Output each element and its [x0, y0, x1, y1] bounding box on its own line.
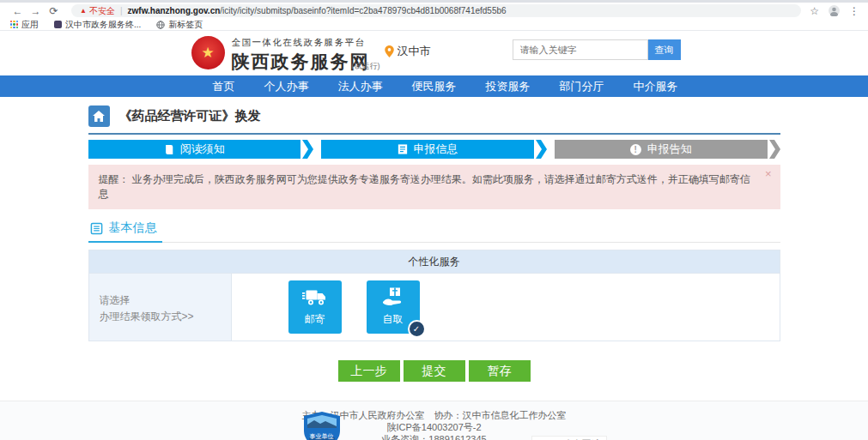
city-selector[interactable]: 汉中市 [385, 44, 431, 59]
site-name: 陕西政务服务网 [232, 50, 370, 74]
nav-item-legal[interactable]: 法人办事 [324, 79, 398, 94]
nav-item-investment[interactable]: 投资服务 [471, 79, 545, 94]
institution-badge-label: 事业单位 [304, 432, 340, 440]
form-actions: 上一步 提交 暂存 [88, 360, 780, 382]
footer-consult-line: 业务咨询：18891612345 [88, 433, 780, 440]
site-favicon [54, 21, 62, 28]
option-mail-label: 邮寄 [305, 312, 325, 327]
step-arrow-icon [769, 140, 780, 159]
institution-badge: 事业单位 [304, 412, 340, 440]
bookmark-newtab-label: 新标签页 [168, 19, 203, 31]
page-title-row: 《药品经营许可证》换发 [88, 97, 780, 135]
step-label: 申报告知 [647, 142, 692, 157]
footer-info: 主办：汉中市人民政府办公室 协办：汉中市信息化工作办公室 陕ICP备140032… [88, 401, 780, 440]
footer-organizer-line: 主办：汉中市人民政府办公室 协办：汉中市信息化工作办公室 [88, 409, 780, 421]
browser-menu-icon[interactable]: ⋮ [849, 5, 859, 17]
forward-icon[interactable]: → [27, 5, 45, 17]
page-title: 《药品经营许可证》换发 [119, 108, 261, 124]
home-icon[interactable] [88, 105, 110, 127]
site-header: ★ 全国一体化在线政务服务平台 陕西政务服务网 (试运行) 汉中市 查询 [0, 31, 868, 75]
book-icon [164, 144, 174, 155]
nav-item-personal[interactable]: 个人办事 [250, 79, 324, 94]
progress-steps: 阅读须知 申报信息 [88, 140, 780, 159]
section-tab-row: 基本信息 [88, 220, 780, 243]
bookmark-star-icon[interactable]: ☆ [810, 5, 819, 17]
exclamation-icon: ! [630, 144, 641, 155]
national-emblem-logo: ★ [191, 36, 225, 69]
bookmarks-bar: 应用 汉中市政务服务终... 新标签页 [0, 19, 868, 31]
url-path: /icity/icity/submitsp/baseinfo?itemId=c2… [220, 6, 506, 15]
search-input[interactable] [513, 39, 648, 60]
bookmark-apps-label: 应用 [21, 19, 39, 31]
reminder-text: 提醒： 业务办理完成后，陕西政务服务网可为您提供政务专递服务寄送办理结果。如需此… [99, 173, 750, 200]
reminder-alert: 提醒： 业务办理完成后，陕西政务服务网可为您提供政务专递服务寄送办理结果。如需此… [88, 165, 780, 209]
url-field[interactable]: ▲ 不安全 | zwfw.hanzhong.gov.cn/icity/icity… [71, 4, 801, 17]
truck-icon [302, 287, 328, 310]
submit-button[interactable]: 提交 [404, 360, 465, 382]
screen: ← → ⟳ ▲ 不安全 | zwfw.hanzhong.gov.cn/icity… [0, 0, 868, 440]
step-declaration-notice[interactable]: ! 申报告知 [555, 140, 780, 159]
nav-item-departments[interactable]: 部门分厅 [545, 79, 619, 94]
nav-item-convenience[interactable]: 便民服务 [398, 79, 471, 94]
nav-item-intermediary[interactable]: 中介服务 [619, 79, 693, 94]
tab-basic-info-label: 基本信息 [109, 220, 157, 236]
alert-close-icon[interactable]: × [765, 167, 772, 180]
bookmark-site[interactable]: 汉中市政务服务终... [54, 19, 141, 31]
nav-item-home[interactable]: 首页 [198, 79, 250, 94]
tab-basic-info[interactable]: 基本信息 [88, 220, 162, 243]
document-icon [90, 222, 103, 235]
apps-grid-icon [10, 21, 18, 28]
previous-step-button[interactable]: 上一步 [338, 360, 400, 382]
personalized-service-table: 个性化服务 请选择 办理结果领取方式>> [88, 250, 780, 341]
result-delivery-label: 请选择 办理结果领取方式>> [89, 274, 232, 341]
browser-address-bar: ← → ⟳ ▲ 不安全 | zwfw.hanzhong.gov.cn/icity… [0, 3, 868, 19]
insecure-warning-icon: ▲ [80, 7, 87, 15]
step-declaration-info[interactable]: 申报信息 [321, 140, 547, 159]
bookmark-newtab[interactable]: 新标签页 [156, 19, 203, 31]
step-arrow-icon [536, 140, 547, 159]
trial-label: (试运行) [352, 61, 380, 72]
step-read-notice[interactable]: 阅读须知 [88, 140, 314, 159]
selected-check-icon: ✓ [408, 320, 426, 338]
city-name: 汉中市 [398, 44, 431, 59]
url-domain: zwfw.hanzhong.gov.cn [128, 6, 221, 15]
reload-icon[interactable]: ⟳ [45, 5, 63, 17]
site-footer: 事业单位 主办：汉中市人民政府办公室 协办：汉中市信息化工作办公室 陕ICP备1… [0, 401, 868, 440]
option-pickup[interactable]: 自取 ✓ [367, 280, 420, 334]
step-label: 阅读须知 [180, 142, 225, 157]
option-mail[interactable]: 邮寄 [288, 280, 342, 334]
save-draft-button[interactable]: 暂存 [469, 360, 531, 382]
option-pickup-label: 自取 [383, 312, 404, 327]
back-icon[interactable]: ← [9, 5, 27, 17]
main-nav: 首页 个人办事 法人办事 便民服务 投资服务 部门分厅 中介服务 [0, 75, 868, 97]
footer-icp-line: 陕ICP备14003207号-2 [88, 421, 780, 433]
search-button[interactable]: 查询 [648, 39, 681, 60]
step-arrow-icon [302, 140, 313, 159]
gov-site-error-report-logo[interactable]: 政府网站 找错 [531, 436, 607, 440]
hand-box-icon [381, 287, 405, 310]
bookmark-apps[interactable]: 应用 [10, 19, 39, 31]
security-label[interactable]: 不安全 [89, 5, 115, 17]
bookmark-site-label: 汉中市政务服务终... [65, 19, 141, 31]
profile-avatar[interactable] [829, 5, 840, 16]
step-label: 申报信息 [414, 142, 458, 157]
form-icon [398, 144, 408, 154]
url-divider: | [120, 6, 123, 15]
location-pin-icon [385, 45, 394, 57]
table-header: 个性化服务 [89, 250, 780, 273]
globe-icon [156, 21, 165, 29]
platform-line: 全国一体化在线政务服务平台 [232, 37, 370, 49]
delivery-options: 邮寄 自取 ✓ [232, 274, 780, 341]
